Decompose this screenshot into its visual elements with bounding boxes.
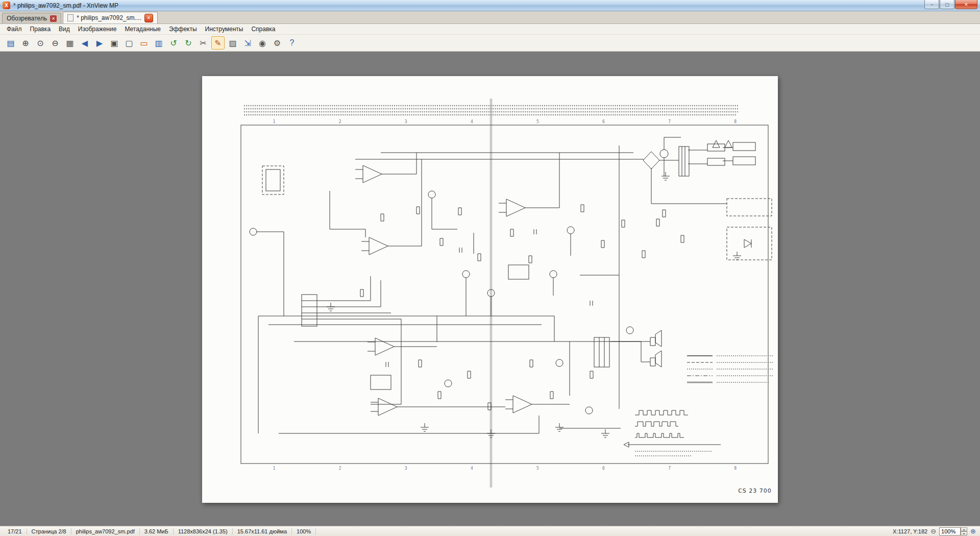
menu-item-3[interactable]: Изображение: [74, 24, 121, 34]
zoom-level-input[interactable]: [939, 527, 961, 535]
print-icon[interactable]: ▨: [226, 36, 239, 50]
app-window: X * philips_aw7092_sm.pdf - XnView MP – …: [0, 0, 980, 536]
grid-ref: 7: [668, 466, 671, 471]
status-zoom-out-icon[interactable]: ⊖: [930, 527, 936, 535]
grid-ref: 8: [734, 119, 737, 124]
menu-item-2[interactable]: Вид: [55, 24, 74, 34]
fit-width-icon[interactable]: ▢: [122, 36, 136, 50]
status-filename: philips_aw7092_sm.pdf: [71, 528, 140, 534]
titlebar: X * philips_aw7092_sm.pdf - XnView MP – …: [0, 0, 980, 11]
tabbar: Обозреватель ✕ * philips_aw7092_sm.... ✕: [0, 11, 980, 24]
status-filesize: 3.62 МиБ: [140, 528, 174, 534]
thumbnails-icon[interactable]: ▦: [63, 36, 77, 50]
grid-ref: 3: [405, 466, 407, 471]
maximize-button[interactable]: ▢: [940, 0, 954, 9]
app-icon: X: [3, 2, 10, 9]
histogram-icon[interactable]: ▥: [152, 36, 165, 50]
menu-item-6[interactable]: Инструменты: [201, 24, 248, 34]
tab-document-label: * philips_aw7092_sm....: [77, 14, 141, 21]
tab-browser-close-icon[interactable]: ✕: [50, 15, 57, 22]
capture-icon[interactable]: ◉: [256, 36, 269, 50]
schematic-image: CS 23 700 1122334455667788: [202, 76, 778, 503]
grid-ref: 2: [339, 119, 341, 124]
fullscreen-icon[interactable]: ▭: [137, 36, 151, 50]
schematic-page[interactable]: CS 23 700 1122334455667788: [202, 76, 778, 503]
settings-icon[interactable]: ⚙: [271, 36, 284, 50]
menu-item-0[interactable]: Файл: [3, 24, 26, 34]
menu-item-7[interactable]: Справка: [247, 24, 279, 34]
grid-ref: 5: [536, 119, 539, 124]
status-zoom: 100%: [292, 528, 316, 534]
menubar: ФайлПравкаВидИзображениеМетаданныеЭффект…: [0, 24, 980, 35]
grid-ref: 6: [602, 466, 605, 471]
window-controls: – ▢ ✕: [924, 0, 977, 9]
resize-icon[interactable]: ⇲: [241, 36, 254, 50]
image-canvas: CS 23 700 1122334455667788: [0, 52, 980, 526]
tab-browser[interactable]: Обозреватель ✕: [2, 13, 61, 23]
fit-window-icon[interactable]: ▣: [108, 36, 121, 50]
rotate-left-icon[interactable]: ↺: [167, 36, 180, 50]
status-cursor-position: X:1127, Y:182: [893, 528, 927, 534]
status-right-group: X:1127, Y:182 ⊖ ▲ ▼ ⊕: [893, 527, 977, 535]
close-button[interactable]: ✕: [955, 0, 977, 9]
window-title: * philips_aw7092_sm.pdf - XnView MP: [13, 2, 118, 9]
tab-browser-label: Обозреватель: [7, 15, 47, 22]
zoom-spinner: ▲ ▼: [961, 527, 967, 535]
draw-icon[interactable]: ✎: [211, 36, 225, 50]
zoom-out-icon[interactable]: ⊖: [48, 36, 62, 50]
sheet-code: CS 23 700: [738, 488, 772, 494]
grid-ref: 8: [734, 466, 737, 471]
status-dimensions: 1128x836x24 (1.35): [174, 528, 233, 534]
next-image-icon[interactable]: ▶: [93, 36, 106, 50]
zoom-original-icon[interactable]: ⊙: [34, 36, 47, 50]
previous-image-icon[interactable]: ◀: [78, 36, 91, 50]
minimize-button[interactable]: –: [924, 0, 939, 9]
status-page: Страница 2/8: [27, 528, 71, 534]
rotate-right-icon[interactable]: ↻: [182, 36, 195, 50]
grid-ref: 4: [471, 119, 473, 124]
grid-ref: 1: [273, 466, 276, 471]
grid-ref: 5: [536, 466, 539, 471]
help-icon[interactable]: ?: [285, 36, 299, 50]
zoom-control: ▲ ▼: [939, 527, 967, 535]
menu-item-4[interactable]: Метаданные: [120, 24, 165, 34]
grid-ref: 2: [339, 466, 341, 471]
tab-document-close-icon[interactable]: ✕: [144, 14, 153, 22]
grid-ref: 6: [602, 119, 605, 124]
status-index: 17/21: [3, 528, 27, 534]
zoom-in-icon[interactable]: ⊕: [19, 36, 32, 50]
tab-document[interactable]: * philips_aw7092_sm.... ✕: [63, 12, 158, 23]
grid-ref: 4: [471, 466, 473, 471]
zoom-spin-up[interactable]: ▲: [961, 527, 967, 531]
grid-ref: 7: [668, 119, 671, 124]
menu-item-1[interactable]: Правка: [26, 24, 55, 34]
menu-item-5[interactable]: Эффекты: [165, 24, 201, 34]
status-zoom-in-icon[interactable]: ⊕: [970, 527, 976, 535]
status-print-size: 15.67x11.61 дюйма: [233, 528, 292, 534]
crop-icon[interactable]: ✂: [197, 36, 210, 50]
zoom-spin-down[interactable]: ▼: [961, 531, 967, 535]
grid-ref: 3: [405, 119, 407, 124]
toolbar: ▤⊕⊙⊖▦◀▶▣▢▭▥↺↻✂✎▨⇲◉⚙?: [0, 35, 980, 52]
statusbar: 17/21 Страница 2/8 philips_aw7092_sm.pdf…: [0, 526, 980, 536]
document-icon: [67, 14, 74, 21]
grid-ref: 1: [273, 119, 276, 124]
browser-icon[interactable]: ▤: [4, 36, 17, 50]
